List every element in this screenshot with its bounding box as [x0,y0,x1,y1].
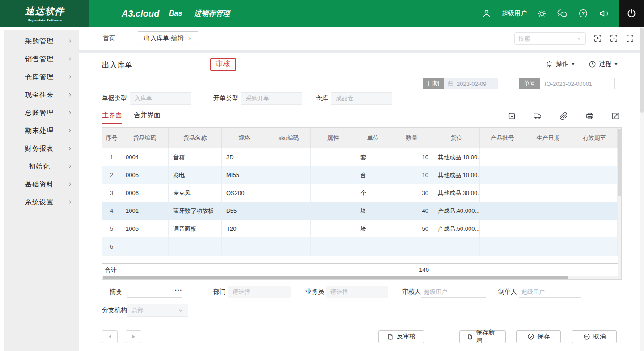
summary-more-button[interactable]: ··· [175,287,182,294]
audit-status-stamp: 审核 [210,58,236,71]
table-row[interactable]: 20005彩电MI55台10其他成品:10.00... [102,166,618,184]
help-icon[interactable]: ? [578,8,588,18]
col-batch-no[interactable]: 产品批号 [480,128,525,148]
unaudit-button[interactable]: 反审核 [378,330,424,343]
department-field[interactable]: 请选择 [228,286,291,298]
col-quantity[interactable]: 数量 [390,128,433,148]
announcement-speaker-icon[interactable] [598,8,609,18]
sidebar-menu: 采购管理 销售管理 仓库管理 现金往来 总账管理 期末处理 财务报表 初始化 基… [4,30,79,351]
table-row[interactable]: 10004音箱3D套10其他成品:10.00... [102,148,618,166]
horizontal-scrollbar[interactable] [102,276,618,279]
minus-circle-icon [583,333,590,340]
table-row[interactable]: 51005调音面板T20块50产成品:50.000... [102,220,618,238]
order-type-field[interactable]: 采购开单 [241,92,302,105]
tab-main-view[interactable]: 主界面 [102,111,122,124]
current-username[interactable]: 超级用户 [502,9,527,17]
salesman-field[interactable]: 请选择 [326,286,388,298]
tab-inout-doc-edit[interactable]: 出入库单-编辑 × [138,31,198,45]
table-row-selected[interactable]: 41001蓝牙数字功放板B55块40产成品:40.000... [102,202,618,220]
delivery-truck-icon[interactable] [533,112,542,120]
attachment-paperclip-icon[interactable] [559,112,568,120]
sidebar-item-ledger[interactable]: 总账管理 [4,104,79,122]
vertical-scrollbar[interactable] [618,128,621,279]
wechat-icon[interactable] [557,8,568,18]
date-number-row: 日期 2023-02-09 单号 IO-2023-02-00001 [423,78,615,89]
sidebar-item-system-settings[interactable]: 系统设置 [4,193,79,211]
table-row[interactable]: 30006麦克风QS200个30其他成品:30.00... [102,184,618,202]
module-name: 进销存管理 [194,0,230,27]
sidebar-item-purchase[interactable]: 采购管理 [4,32,79,50]
sidebar-item-period-end[interactable]: 期末处理 [4,122,79,140]
sidebar-item-base-data[interactable]: 基础资料 [4,175,79,193]
sidebar-item-finance-report[interactable]: 财务报表 [4,140,79,157]
scrollbar-thumb[interactable] [103,276,568,279]
logout-power-button[interactable] [619,0,644,27]
auditor-label: 审核人 [402,288,421,296]
prev-record-button[interactable] [102,330,118,343]
chevron-down-icon [576,36,582,41]
col-prod-date[interactable]: 生产日期 [525,128,571,148]
sidebar-item-warehouse[interactable]: 仓库管理 [4,68,79,86]
settings-gear-icon[interactable] [537,9,547,18]
zoom-out-icon[interactable] [610,34,618,42]
sidebar-item-sales[interactable]: 销售管理 [4,50,79,68]
bottom-form-row-1: 摘要 ··· 部门 请选择 业务员 请选择 审核人 超级用户 制单人 超级用户 [110,286,581,298]
tab-home[interactable]: 首页 [103,27,115,50]
next-record-button[interactable] [126,330,141,343]
col-item-code[interactable]: 货品编码 [121,128,169,148]
sidebar-item-cash[interactable]: 现金往来 [4,86,79,104]
save-icon[interactable] [507,112,516,120]
document-icon [467,334,473,340]
sidebar-item-initialize[interactable]: 初始化 [4,157,79,175]
col-sku-code[interactable]: sku编码 [267,128,311,148]
save-and-new-button[interactable]: 保存新增 [459,330,506,343]
scrollbar-thumb[interactable] [618,129,621,196]
col-expiry-date[interactable]: 有效期至 [571,128,618,148]
search-select[interactable] [514,32,586,45]
tab-merged-view[interactable]: 合并界面 [134,111,161,124]
save-button[interactable]: 保存 [516,330,561,343]
doc-number-field[interactable]: IO-2023-02-00001 [540,78,615,89]
col-seq[interactable]: 序号 [102,128,121,148]
auditor-field[interactable]: 超级用户 [421,286,486,298]
creator-field[interactable]: 超级用户 [519,286,581,298]
user-icon[interactable] [482,8,491,18]
doc-type-field[interactable]: 入库单 [130,92,191,105]
search-input[interactable] [518,35,576,42]
print-icon[interactable] [585,112,594,120]
chevron-right-icon [67,38,72,44]
svg-text:?: ? [582,11,585,16]
chevron-right-icon [67,128,72,133]
logo-title: 速达软件 [25,5,64,17]
table-total-row: 合计 140 [102,263,618,276]
col-spec[interactable]: 规格 [222,128,267,148]
table-empty-space [102,256,618,263]
main-content: 首页 出入库单-编辑 × [79,27,644,351]
col-location[interactable]: 货位 [433,128,480,148]
tab-bar: 首页 出入库单-编辑 × [79,27,644,50]
cancel-button[interactable]: 取消 [572,330,617,343]
zoom-in-icon[interactable] [593,34,602,42]
col-item-name[interactable]: 货品名称 [169,128,222,148]
document-icon [387,334,394,340]
operation-menu[interactable]: 操作 [546,60,575,68]
col-attribute[interactable]: 属性 [311,128,356,148]
summary-field[interactable]: ··· [127,286,182,298]
tab-close-icon[interactable]: × [188,35,192,42]
doc-number-value: IO-2023-02-00001 [545,80,592,87]
scrollbar-thumb[interactable] [640,28,644,113]
fullscreen-icon[interactable] [626,34,634,42]
col-unit[interactable]: 单位 [356,128,390,148]
warehouse-field[interactable]: 成品仓 [331,92,392,105]
process-menu[interactable]: 过程 [589,60,618,68]
doc-type-fields: 单据类型 入库单 开单类型 采购开单 仓库 成品仓 [102,92,392,105]
app-window: 速达软件 Superdata Software A3.cloud Bas 进销存… [0,0,644,351]
table-row-empty[interactable]: 6 [102,238,618,256]
page-scrollbar[interactable] [640,27,644,351]
department-label: 部门 [213,288,226,296]
expand-icon[interactable] [611,112,620,120]
chevron-right-icon [67,74,72,80]
clock-icon [589,60,596,68]
date-field[interactable]: 2023-02-09 [444,78,498,89]
branch-select[interactable]: 总部 [127,304,188,317]
